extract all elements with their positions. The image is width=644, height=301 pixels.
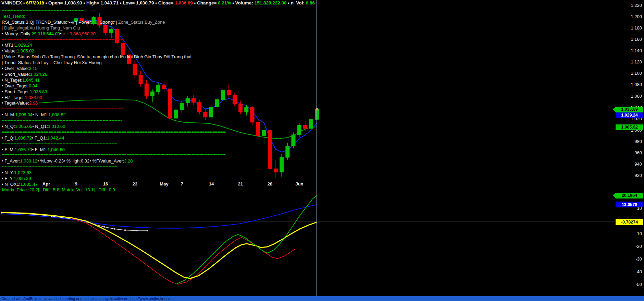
text-segment: • N_Q: <box>2 124 15 129</box>
text-segment: | Trend_Status:Tich Luy _ Cho Thay Đôi X… <box>2 60 102 65</box>
text-segment: Zone_Status:Buy_Zone <box>118 20 165 25</box>
text-segment: 0.84 <box>29 83 37 88</box>
price-tick-label: 1,120 <box>617 59 642 64</box>
text-segment: • Short_Taget: <box>2 89 30 94</box>
text-segment: • N_M: <box>2 112 15 117</box>
indicator-text-block: ----------------------------------------… <box>2 8 337 186</box>
amibroker-window: VNINDEX • 6/7/2018 • Open= 1,038.93 • Hi… <box>0 0 644 301</box>
text-segment: 1,029.24 <box>15 43 32 48</box>
status-bar-text: Created with AmiBroker - advanced charti… <box>0 297 174 301</box>
separator-line: ========================================… <box>2 153 226 158</box>
text-segment: • F_Aver: <box>2 158 20 164</box>
text-segment: • n_Vol: <box>286 0 306 5</box>
text-segment: • N_M1: <box>33 112 48 117</box>
text-segment: • MT1: <box>2 43 15 48</box>
series-red-fast <box>72 219 295 285</box>
text-segment: • Taget-Value: <box>2 100 29 106</box>
text-segment: -3,868,960.00 <box>68 31 96 36</box>
text-segment: 151,829,232.00 <box>255 0 287 5</box>
series-yellow-matrix-price <box>2 213 317 279</box>
text-segment: 29,016,544.00 <box>32 31 60 36</box>
axis-value-tag: -0.78274 <box>616 219 643 225</box>
text-segment: | Value_Status:Đinh Gia Tang Truong. Đâu… <box>2 54 191 59</box>
price-tick-label: 1,220 <box>617 3 642 8</box>
text-segment: • N_Y: <box>2 170 14 175</box>
text-segment: Test_Trend: <box>2 14 25 19</box>
text-segment: 2.96 <box>29 100 38 106</box>
separator-line: ----------------------------------------… <box>2 141 117 146</box>
text-segment: • Over_Taget: <box>2 83 29 88</box>
text-segment: • N_Q1: <box>32 124 48 129</box>
series-marker <box>124 230 126 231</box>
info-line: • Short_Taget:1,035.83 <box>2 89 47 95</box>
text-segment: • N_QX1: <box>2 182 20 186</box>
text-segment: • Over_Value: <box>2 66 29 71</box>
price-tick-label: 960 <box>617 150 642 155</box>
info-line: • F_Aver:1,039.12• %Low:-0.23• %High:0.3… <box>2 158 133 164</box>
text-segment: • %Low:-0.23• %High:0.32• %F/Value_Aver: <box>37 158 124 164</box>
separator-line: ----------------------------------------… <box>2 106 123 111</box>
tag-arrow-icon <box>613 107 616 112</box>
indicator-tick-label: -20 <box>617 244 642 249</box>
text-segment: 1,036.72 <box>14 135 32 141</box>
price-tick-label: 980 <box>617 139 642 144</box>
info-line: • Money_Daily:29,016,544.00• +-:-3,868,9… <box>2 31 96 37</box>
text-segment: 1,035.47 <box>20 182 38 186</box>
text-segment: • Change= <box>193 0 218 5</box>
text-segment: • N_Taget: <box>2 77 22 83</box>
series-marker <box>136 230 138 231</box>
info-line: RSI_Status:B:Q| TREND_Status:*--#*| Powe… <box>2 20 165 25</box>
status-bar: Created with AmiBroker - advanced charti… <box>0 296 644 301</box>
info-line: • N_Y:1,023.63 <box>2 170 32 176</box>
text-segment: 0.86 <box>306 0 315 5</box>
text-segment: • F_Q: <box>2 135 14 141</box>
axis-value-tag: 13.0578 <box>616 202 643 207</box>
series-blue-slow <box>2 205 317 228</box>
tag-arrow-icon <box>613 193 616 198</box>
text-segment: • Short_Value: <box>2 72 30 77</box>
price-tick-label: 1,100 <box>617 71 642 76</box>
info-line: • Short_Value:1,024.26 <box>2 72 47 77</box>
text-segment: | Strong:*| <box>97 20 118 25</box>
text-segment: 0.21% <box>218 0 231 5</box>
indicator-tick-label: -30 <box>617 256 642 262</box>
text-segment: 1,035.83 <box>30 89 47 94</box>
price-tick-label: 940 <box>617 161 642 167</box>
info-line: • N_Q:1,005.05• N_Q1:1,010.60 <box>2 124 65 129</box>
text-segment: | Daily_singal:Xu Huong Tang_Nam Giu <box>2 25 80 31</box>
info-line: • H7_Taget:1,083.90 <box>2 95 42 100</box>
indicator-chart-pane[interactable] <box>0 194 644 296</box>
info-line: • N_Taget:1,045.41 <box>2 77 40 83</box>
text-segment: 1,083.90 <box>25 95 42 100</box>
text-segment: • F_Y: <box>2 176 14 181</box>
indicator-tick-label: -40 <box>617 269 642 274</box>
text-segment: 1,023.63 <box>14 170 32 175</box>
text-segment: • +-: <box>60 31 68 36</box>
text-segment: 6/7/2018 <box>26 0 44 5</box>
text-segment: • Open= 1,038.93 • High= 1,043.71 • Low=… <box>44 0 175 5</box>
text-segment: 1,024.26 <box>30 72 47 77</box>
text-segment: 1,055.29 <box>14 176 31 181</box>
price-tick-label: 1,180 <box>617 25 642 31</box>
text-segment: 1,005.04 <box>15 112 33 117</box>
text-segment: RSI_Status:B:Q| TREND_Status:*--#*| Powe… <box>2 20 92 25</box>
separator-line: ----------------------------------------… <box>2 164 117 169</box>
series-marker <box>104 226 105 228</box>
info-line: • F_Y:1,055.29 <box>2 176 31 181</box>
price-tick-label: 920 <box>617 173 642 178</box>
text-segment: • F_M: <box>2 147 15 152</box>
info-line: | Daily_singal:Xu Huong Tang_Nam Giu <box>2 25 80 31</box>
info-line: • N_QX1:1,035.47 <box>2 182 38 186</box>
separator-line: ----------------------------------------… <box>2 37 123 42</box>
text-segment: 3.28 <box>124 158 133 164</box>
text-segment: 1,005.02 <box>17 48 34 53</box>
info-line: • Over_Taget:0.84 <box>2 83 37 89</box>
separator-line: ----------------------------------------… <box>2 8 84 13</box>
info-line: • MT1:1,029.24 <box>2 43 32 48</box>
info-line: • N_M:1,005.04• N_M1:1,008.82 <box>2 112 66 118</box>
info-line: Test_Trend: <box>2 14 25 19</box>
info-line: • Taget-Value:2.96 <box>2 100 38 106</box>
text-segment: VNINDEX • <box>1 0 26 5</box>
info-line: • F_M:1,036.70• F_M1:1,040.60 <box>2 147 65 153</box>
indicator-tick-label: -50 <box>617 282 642 287</box>
